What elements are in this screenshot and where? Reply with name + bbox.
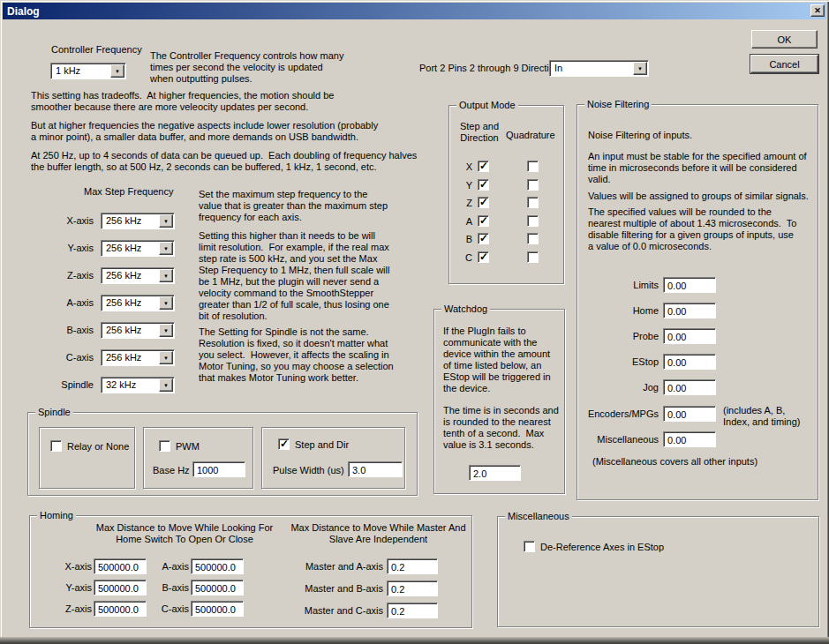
miscellaneous-group: Miscellaneous De-Reference Axes in EStop bbox=[497, 516, 819, 627]
homing-y-axis-input[interactable] bbox=[94, 580, 147, 595]
probe-input[interactable] bbox=[663, 328, 716, 344]
estop-input[interactable] bbox=[663, 354, 716, 370]
relay-or-none-checkbox[interactable] bbox=[50, 440, 62, 452]
max-step-description-2: Setting this higher than it needs to be … bbox=[199, 230, 421, 322]
homing-z-axis-label: Z-axis bbox=[48, 603, 92, 614]
max-step-y-axis-select[interactable]: 256 kHz ▼ bbox=[101, 240, 175, 257]
dropdown-arrow-icon[interactable]: ▼ bbox=[159, 351, 173, 364]
output-c-stepdir-checkbox[interactable] bbox=[478, 251, 489, 263]
noise-filtering-group: Noise Filtering Noise Filtering of input… bbox=[577, 104, 818, 500]
column-step-direction: Step and Direction bbox=[456, 121, 502, 144]
port2-direction-value: In bbox=[554, 63, 562, 73]
dropdown-arrow-icon[interactable]: ▼ bbox=[159, 242, 173, 255]
ok-button[interactable]: OK bbox=[751, 30, 818, 49]
watchdog-timeout-input[interactable] bbox=[469, 465, 521, 481]
window-title: Dialog bbox=[7, 5, 40, 18]
port2-direction-select[interactable]: In ▼ bbox=[549, 60, 649, 77]
homing-switch-header: Max Distance to Move While Looking For H… bbox=[79, 522, 290, 545]
dropdown-arrow-icon[interactable]: ▼ bbox=[633, 62, 647, 75]
output-x-quadrature-checkbox[interactable] bbox=[527, 161, 539, 172]
max-step-a-axis-label: A-axis bbox=[41, 297, 94, 308]
controller-frequency-description: The Controller Frequency controls how ma… bbox=[150, 50, 415, 85]
base-hz-input[interactable] bbox=[192, 461, 245, 477]
dropdown-arrow-icon[interactable]: ▼ bbox=[159, 296, 173, 310]
encoders-mpgs-label: Encoders/MPGs bbox=[577, 408, 659, 419]
spindle-pwm-panel: PWM Base Hz bbox=[143, 427, 253, 489]
relay-or-none-label: Relay or None bbox=[67, 441, 129, 452]
pwm-checkbox[interactable] bbox=[159, 440, 170, 452]
output-b-stepdir-checkbox[interactable] bbox=[478, 233, 489, 244]
max-step-b-axis-select[interactable]: 256 kHz ▼ bbox=[101, 322, 175, 339]
dropdown-arrow-icon[interactable]: ▼ bbox=[159, 214, 173, 228]
master-b-axis-input[interactable] bbox=[387, 580, 438, 596]
watchdog-group: Watchdog If the PlugIn fails to communic… bbox=[433, 309, 565, 494]
dropdown-arrow-icon[interactable]: ▼ bbox=[110, 64, 124, 78]
dropdown-arrow-icon[interactable]: ▼ bbox=[159, 269, 173, 282]
homing-a-axis-input[interactable] bbox=[191, 558, 244, 574]
cancel-button[interactable]: Cancel bbox=[750, 55, 818, 73]
output-b-quadrature-checkbox[interactable] bbox=[527, 233, 539, 244]
output-a-label: A bbox=[460, 216, 472, 227]
jog-input[interactable] bbox=[663, 379, 716, 395]
close-button[interactable]: ✕ bbox=[810, 4, 825, 17]
homing-z-axis-input[interactable] bbox=[94, 601, 147, 617]
output-a-quadrature-checkbox[interactable] bbox=[527, 215, 539, 227]
output-c-label: C bbox=[460, 252, 472, 263]
de-reference-axes-checkbox[interactable] bbox=[524, 541, 535, 552]
output-y-quadrature-checkbox[interactable] bbox=[527, 179, 539, 191]
controller-frequency-value: 1 kHz bbox=[56, 65, 80, 76]
max-step-c-axis-value: 256 kHz bbox=[106, 352, 141, 363]
spindle-relay-panel: Relay or None bbox=[39, 427, 135, 489]
output-mode-group: Output Mode Step and Direction Quadratur… bbox=[448, 105, 564, 284]
master-c-axis-input[interactable] bbox=[387, 603, 438, 618]
home-input[interactable] bbox=[663, 303, 716, 318]
max-step-x-axis-value: 256 kHz bbox=[106, 215, 141, 226]
pulse-width-input[interactable] bbox=[348, 461, 403, 477]
homing-c-axis-input[interactable] bbox=[191, 601, 244, 617]
master-a-axis-input[interactable] bbox=[387, 558, 438, 574]
max-step-b-axis-label: B-axis bbox=[41, 325, 94, 335]
max-step-z-axis-select[interactable]: 256 kHz ▼ bbox=[101, 267, 175, 284]
dropdown-arrow-icon[interactable]: ▼ bbox=[159, 324, 173, 337]
output-y-stepdir-checkbox[interactable] bbox=[478, 179, 489, 191]
max-step-a-axis-select[interactable]: 256 kHz ▼ bbox=[101, 295, 175, 311]
master-c-axis-label: Master and C-axis bbox=[295, 605, 383, 616]
homing-b-axis-input[interactable] bbox=[191, 580, 244, 595]
title-bar[interactable]: Dialog ✕ bbox=[3, 3, 826, 19]
max-step-c-axis-select[interactable]: 256 kHz ▼ bbox=[101, 349, 175, 366]
limits-input[interactable] bbox=[663, 277, 716, 293]
controller-frequency-select[interactable]: 1 kHz ▼ bbox=[50, 63, 126, 79]
spindle-title: Spindle bbox=[35, 407, 73, 417]
port2-direction-label: Port 2 Pins 2 through 9 Direction bbox=[419, 63, 560, 73]
homing-slave-header: Max Distance to Move While Master And Sl… bbox=[288, 522, 469, 545]
homing-x-axis-input[interactable] bbox=[94, 558, 147, 574]
max-step-spindle-select[interactable]: 32 kHz ▼ bbox=[101, 377, 175, 393]
output-a-stepdir-checkbox[interactable] bbox=[478, 215, 489, 227]
max-step-x-axis-select[interactable]: 256 kHz ▼ bbox=[101, 213, 175, 229]
encoders-mpgs-input[interactable] bbox=[663, 406, 716, 422]
watchdog-title: Watchdog bbox=[441, 303, 490, 314]
intro-paragraph-1: This setting has tradeoffs. At higher fr… bbox=[31, 90, 446, 113]
miscellaneous-filter-label: Miscellaneous bbox=[577, 434, 659, 445]
miscellaneous-title: Miscellaneous bbox=[505, 511, 572, 521]
noise-paragraph-3: Values will be assigned to groups of sim… bbox=[588, 191, 810, 202]
max-step-description-3: The Setting for Spindle is not the same.… bbox=[199, 326, 421, 384]
step-and-dir-checkbox[interactable] bbox=[278, 438, 290, 450]
homing-title: Homing bbox=[37, 510, 76, 520]
intro-paragraph-2: But at higher frequencies the negative a… bbox=[31, 120, 446, 143]
output-mode-title: Output Mode bbox=[456, 100, 518, 110]
estop-label: EStop bbox=[577, 356, 659, 367]
output-z-stepdir-checkbox[interactable] bbox=[478, 197, 489, 208]
miscellaneous-input[interactable] bbox=[663, 431, 716, 447]
dropdown-arrow-icon[interactable]: ▼ bbox=[159, 378, 173, 392]
max-step-x-axis-label: X-axis bbox=[41, 215, 94, 226]
output-x-stepdir-checkbox[interactable] bbox=[478, 161, 489, 172]
step-and-dir-label: Step and Dir bbox=[295, 439, 349, 450]
output-z-quadrature-checkbox[interactable] bbox=[527, 197, 539, 208]
noise-paragraph-1: Noise Filtering of inputs. bbox=[588, 130, 810, 141]
miscellaneous-note: (Miscellaneous covers all other inputs) bbox=[592, 456, 804, 468]
homing-c-axis-label: C-axis bbox=[145, 603, 189, 614]
homing-x-axis-label: X-axis bbox=[48, 561, 92, 572]
output-c-quadrature-checkbox[interactable] bbox=[527, 251, 539, 263]
noise-paragraph-2: An input must be stable for the specifie… bbox=[588, 151, 810, 185]
